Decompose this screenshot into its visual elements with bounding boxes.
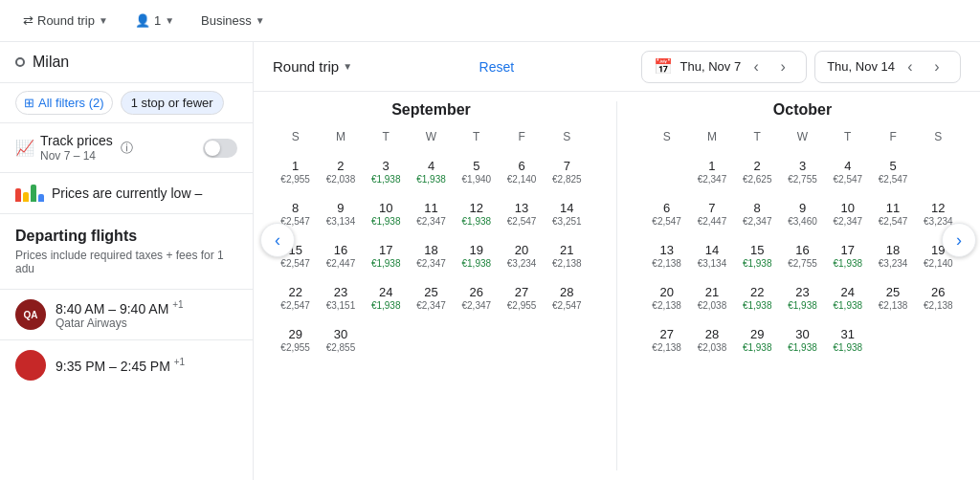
cal-cell[interactable]: 23€3,151 [318, 277, 363, 319]
cal-cell[interactable]: 11€2,547 [870, 193, 915, 235]
cabin-selector[interactable]: Business ▼ [193, 10, 273, 32]
day-header-cell: S [545, 126, 590, 147]
start-date-next[interactable]: › [771, 55, 794, 78]
cal-cell[interactable]: 13€2,547 [499, 193, 544, 235]
cal-cell[interactable]: 13€2,138 [644, 235, 689, 277]
day-number: 16 [795, 243, 809, 259]
cal-cell [454, 319, 499, 361]
cal-cell[interactable]: 5€2,547 [870, 151, 915, 193]
day-price: €2,138 [879, 300, 908, 312]
day-number: 24 [379, 285, 392, 301]
cal-cell[interactable]: 7€2,825 [545, 151, 590, 193]
cal-cell[interactable]: 30€2,855 [318, 319, 363, 361]
day-price: €2,038 [698, 342, 727, 354]
end-date-prev[interactable]: ‹ [899, 55, 922, 78]
start-date-prev[interactable]: ‹ [745, 55, 768, 78]
cal-cell[interactable]: 9€3,134 [318, 193, 363, 235]
cal-cell[interactable]: 28€2,038 [689, 319, 734, 361]
flight-card-1[interactable]: QA 8:40 AM – 9:40 AM +1 Qatar Airways [0, 289, 253, 339]
cal-cell[interactable]: 1€2,955 [273, 151, 318, 193]
day-number: 30 [334, 327, 347, 343]
cal-cell[interactable]: 3€1,938 [364, 151, 409, 193]
cal-cell[interactable]: 8€2,347 [735, 193, 780, 235]
person-icon: 👤 [135, 13, 150, 28]
cal-cell[interactable]: 17€1,938 [825, 235, 870, 277]
departing-section: Departing flights Prices include require… [0, 214, 253, 289]
cal-cell [545, 319, 590, 361]
cal-cell[interactable]: 26€2,138 [916, 277, 961, 319]
cal-cell[interactable]: 11€2,347 [409, 193, 454, 235]
calendar-next-arrow[interactable]: › [942, 223, 976, 257]
cal-cell[interactable]: 18€2,347 [409, 235, 454, 277]
cal-cell[interactable]: 28€2,547 [545, 277, 590, 319]
flight-times-2: 9:35 PM – 2:45 PM +1 [56, 357, 237, 374]
cal-cell[interactable]: 19€1,938 [454, 235, 499, 277]
cal-cell[interactable]: 1€2,347 [689, 151, 734, 193]
day-number: 14 [705, 243, 719, 259]
cal-cell[interactable]: 4€2,547 [825, 151, 870, 193]
cal-cell[interactable]: 25€2,347 [409, 277, 454, 319]
cal-cell[interactable]: 18€3,234 [870, 235, 915, 277]
end-date-nav[interactable]: Thu, Nov 14 ‹ › [814, 51, 961, 83]
day-price: €1,938 [371, 258, 401, 270]
day-number: 2 [337, 159, 344, 175]
trip-type-selector[interactable]: ⇄ Round trip ▼ [15, 10, 116, 32]
calendar-icon-start: 📅 [654, 57, 673, 76]
cal-cell[interactable]: 7€2,447 [689, 193, 734, 235]
cal-cell[interactable]: 2€2,625 [735, 151, 780, 193]
cal-cell[interactable]: 3€2,755 [780, 151, 825, 193]
cal-cell[interactable]: 29€2,955 [273, 319, 318, 361]
track-prices-dates: Nov 7 – 14 [40, 149, 113, 163]
cal-cell[interactable]: 4€1,938 [409, 151, 454, 193]
flight-card-2[interactable]: 9:35 PM – 2:45 PM +1 [0, 339, 253, 390]
cal-cell[interactable]: 16€2,447 [318, 235, 363, 277]
day-price: €2,547 [652, 216, 681, 228]
cal-cell[interactable]: 20€3,234 [499, 235, 544, 277]
cal-cell[interactable]: 29€1,938 [735, 319, 780, 361]
cal-cell[interactable]: 15€1,938 [735, 235, 780, 277]
cal-cell[interactable]: 25€2,138 [870, 277, 915, 319]
cal-cell[interactable]: 30€1,938 [780, 319, 825, 361]
cal-cell[interactable]: 24€1,938 [825, 277, 870, 319]
cal-cell[interactable]: 14€3,251 [545, 193, 590, 235]
cal-cell[interactable]: 23€1,938 [780, 277, 825, 319]
cal-cell[interactable]: 6€2,547 [644, 193, 689, 235]
cal-cell[interactable]: 14€3,134 [689, 235, 734, 277]
cal-cell[interactable]: 9€3,460 [780, 193, 825, 235]
all-filters-button[interactable]: ⊞ All filters (2) [15, 91, 113, 115]
day-number: 19 [470, 243, 483, 259]
cal-cell[interactable]: 20€2,138 [644, 277, 689, 319]
cal-cell[interactable]: 24€1,938 [364, 277, 409, 319]
cal-cell[interactable]: 10€2,347 [825, 193, 870, 235]
start-date-nav[interactable]: 📅 Thu, Nov 7 ‹ › [641, 51, 808, 83]
track-prices-toggle[interactable] [203, 139, 237, 158]
day-number: 28 [705, 327, 719, 343]
day-number: 23 [795, 285, 809, 301]
cal-cell[interactable]: 17€1,938 [364, 235, 409, 277]
cal-cell[interactable]: 22€2,547 [273, 277, 318, 319]
cal-cell[interactable]: 26€2,347 [454, 277, 499, 319]
cal-cell[interactable]: 5€1,940 [454, 151, 499, 193]
cal-cell[interactable]: 21€2,038 [689, 277, 734, 319]
passengers-selector[interactable]: 👤 1 ▼ [127, 10, 182, 32]
cal-cell[interactable]: 27€2,955 [499, 277, 544, 319]
cal-cell[interactable]: 12€1,938 [454, 193, 499, 235]
cal-cell[interactable]: 31€1,938 [825, 319, 870, 361]
day-number: 27 [659, 327, 673, 343]
cal-cell[interactable]: 10€1,938 [364, 193, 409, 235]
cal-cell[interactable]: 16€2,755 [780, 235, 825, 277]
stop-filter-button[interactable]: 1 stop or fewer [121, 91, 224, 115]
day-price: €1,938 [416, 174, 446, 185]
end-date-next[interactable]: › [925, 55, 948, 78]
cal-cell[interactable]: 27€2,138 [644, 319, 689, 361]
cal-cell[interactable]: 22€1,938 [735, 277, 780, 319]
reset-button[interactable]: Reset [479, 59, 515, 75]
calendar-prev-arrow[interactable]: ‹ [260, 223, 295, 257]
day-header-cell: T [825, 126, 870, 147]
round-trip-button[interactable]: Round trip ▼ [273, 58, 352, 75]
day-number: 23 [334, 285, 347, 301]
day-price: €1,938 [833, 342, 862, 354]
cal-cell[interactable]: 21€2,138 [545, 235, 590, 277]
cal-cell[interactable]: 6€2,140 [499, 151, 544, 193]
cal-cell[interactable]: 2€2,038 [318, 151, 363, 193]
